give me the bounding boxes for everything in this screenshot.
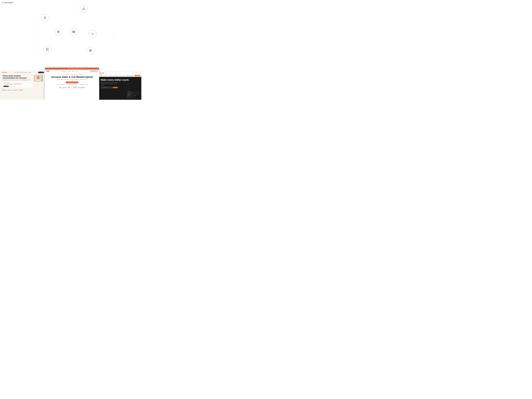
brex-actions: Sign in See a demo Get Started <box>127 75 140 76</box>
brand-minut: MiNUT <box>59 87 62 88</box>
kpd-topbar: FREE TRAINING Learn to run Shopify Beaut… <box>45 68 99 70</box>
kpd-nav-how-it-works: How it Works <box>62 71 67 72</box>
brex-card-logo: Brex <box>134 95 136 96</box>
brex-signin[interactable]: Sign in <box>127 75 129 76</box>
svg-rect-13 <box>58 32 58 32</box>
kpd-subtitle: Stop Guessing, Stop Wasting, Get Google … <box>47 79 97 80</box>
brex-email-placeholder: Enter work email <box>102 87 108 88</box>
brex-screenshot-wrapper: 🔒 brex.com Brex Products ▾ Solutions ▾ R… <box>99 72 141 100</box>
svg-point-27 <box>37 76 39 79</box>
kpd-feature-3: E-COMMERCE EXPERTS <box>79 84 89 85</box>
abridge-subtitle: Summarize and structure health conversat… <box>3 79 33 81</box>
abridge-nav-api: API Documentation <box>20 72 27 73</box>
brex-screenshot[interactable]: 🔒 brex.com Brex Products ▾ Solutions ▾ R… <box>99 72 141 100</box>
brex-see-demo[interactable]: See a demo <box>130 75 134 76</box>
brex-nav-customers: Customers <box>122 75 126 76</box>
brand-wayfyer: wayfyer <box>63 87 66 88</box>
kpd-topbar-text: Learn to run Shopify Beautifull snr with… <box>67 68 83 69</box>
partner-logos-list: Google Cloud twilio Olive V VONAGE ✦ GEN… <box>2 90 44 91</box>
icon-nodes-container: 文 A JS <box>21 3 121 72</box>
kpd-screenshot[interactable]: FREE TRAINING Learn to run Shopify Beaut… <box>45 68 99 100</box>
kpd-work-with-us-btn[interactable]: WORK WITH US <box>90 70 98 72</box>
kpd-hero: THE LEADING E-COMMERCE GOOGLE ADS AGENCY… <box>45 73 99 89</box>
kpd-brand-logos: MiNUT wayfyer myovi ▲ THRIFTED. Baby Ele… <box>47 87 97 88</box>
brex-card-visual: Brex Brex <box>127 90 140 99</box>
logo-text: Astro Studio° <box>4 2 14 4</box>
figma-icon-node <box>54 28 62 36</box>
astro-studio-logo[interactable]: ● Astro Studio° <box>2 1 14 4</box>
svg-rect-14 <box>58 32 58 33</box>
abridge-screenshot[interactable]: abridge Use Cases API Documentation Abou… <box>0 71 45 100</box>
kpd-nav-links: How it Works Clients About FAQ <box>62 71 78 72</box>
svg-text:JS: JS <box>47 49 48 50</box>
brand-myovi: myovi <box>68 87 70 88</box>
abridge-partners: Our partners: Google Cloud twilio Olive … <box>0 88 45 91</box>
kpd-apply-btn[interactable]: APPLY TO WORK WITH US <box>66 82 79 83</box>
kpd-feature-1: FLEXIBLE CONTRACTS <box>56 84 65 85</box>
kpd-topbar-close-btn[interactable]: ✕ <box>97 68 98 69</box>
brex-credit-card-visual: Brex <box>130 92 140 99</box>
brex-nav-pricing: Pricing <box>119 75 121 76</box>
abridge-header: abridge Use Cases API Documentation Abou… <box>0 71 45 74</box>
abridge-get-started-btn[interactable]: Get Started <box>38 72 44 73</box>
kpd-features: FLEXIBLE CONTRACTS PROVEN PERFORMANCE E-… <box>47 84 97 85</box>
twilio-logo: twilio <box>8 90 10 91</box>
brex-title: Make every dollar count. <box>101 79 140 81</box>
abridge-nav-about: About <box>28 72 31 73</box>
abridge-card: Assessment & Plan Diabetes with chronic … <box>3 81 33 88</box>
brex-nav-solutions: Solutions ▾ <box>109 75 113 76</box>
abridge-title: Power better medical documentation for e… <box>3 75 33 79</box>
brex-nav: Brex Products ▾ Solutions ▾ Resources ▾ … <box>99 74 141 77</box>
kpd-nav-clients: Clients <box>68 71 71 72</box>
brex-get-started-btn[interactable]: Get Started <box>135 75 140 76</box>
brand-mountain: ▲ <box>71 87 72 88</box>
brex-nav-products: Products ▾ <box>104 75 108 76</box>
js-icon-node: JS <box>43 45 51 53</box>
brand-baby-elegance: Baby Elegance <box>78 87 85 88</box>
abridge-nav-use-cases: Use Cases <box>14 72 19 73</box>
kpd-eyebrow: THE LEADING E-COMMERCE GOOGLE ADS AGENCY <box>47 74 97 75</box>
brex-logo: Brex <box>100 75 103 76</box>
app-header: ● Astro Studio° <box>2 1 14 4</box>
brex-topbar: 🔒 brex.com <box>99 72 141 74</box>
partners-label: Our partners: <box>2 89 6 89</box>
brex-email-get-started[interactable]: Get Started <box>113 87 118 88</box>
logo-icon: ● <box>2 1 3 4</box>
screenshots-section: abridge Use Cases API Documentation Abou… <box>0 71 142 100</box>
brex-subtitle: Spend smarter with modern cards, banking… <box>101 82 119 86</box>
kpd-trusted-label: TRUSTED BY 20+ BRANDS <box>47 86 97 87</box>
brex-nav-links: Products ▾ Solutions ▾ Resources ▾ Prici… <box>104 75 126 76</box>
kpd-nav-faq: FAQ <box>76 71 78 72</box>
chrome-icon-node <box>86 47 95 55</box>
olive-logo: Olive <box>11 90 13 91</box>
kpd-free-training-badge: FREE TRAINING <box>60 68 66 69</box>
abridge-nav: Use Cases API Documentation About <box>14 72 31 73</box>
zapper-icon-node <box>70 28 78 36</box>
brex-url-bar: 🔒 brex.com <box>105 72 135 74</box>
kpd-title: Increase Sales & Cut Wasted Spend <box>47 76 97 78</box>
abridge-logo: abridge <box>2 72 7 73</box>
translate-icon-node: 文 A <box>89 30 97 38</box>
svg-rect-29 <box>37 78 40 79</box>
kpd-nav: KPD How it Works Clients About FAQ WORK … <box>45 70 99 73</box>
genesys-logo: ✦ GENESYS <box>18 90 23 91</box>
svg-text:A: A <box>93 34 94 35</box>
brex-email-input[interactable]: Enter work email Get Started <box>101 87 119 89</box>
google-cloud-logo: Google Cloud <box>2 90 7 91</box>
kpd-nav-about: About <box>72 71 75 72</box>
svg-point-15 <box>58 32 59 32</box>
mouse-icon-node <box>41 14 49 22</box>
vonage-logo: V VONAGE <box>13 90 17 91</box>
kpd-logo: KPD <box>46 70 49 72</box>
brex-url-text: 🔒 brex.com <box>105 73 108 74</box>
brex-nav-resources: Resources ▾ <box>114 75 118 76</box>
brand-thrifted: THRIFTED. <box>73 87 77 88</box>
abridge-photo <box>34 75 43 82</box>
kpd-feature-2: PROVEN PERFORMANCE <box>67 84 77 85</box>
svg-point-21 <box>90 50 91 51</box>
brex-hero: Make every dollar count. Spend smarter w… <box>99 77 141 90</box>
bezier-icon-node <box>80 5 88 13</box>
svg-rect-12 <box>58 31 58 32</box>
abridge-hero: Power better medical documentation for e… <box>0 74 45 88</box>
